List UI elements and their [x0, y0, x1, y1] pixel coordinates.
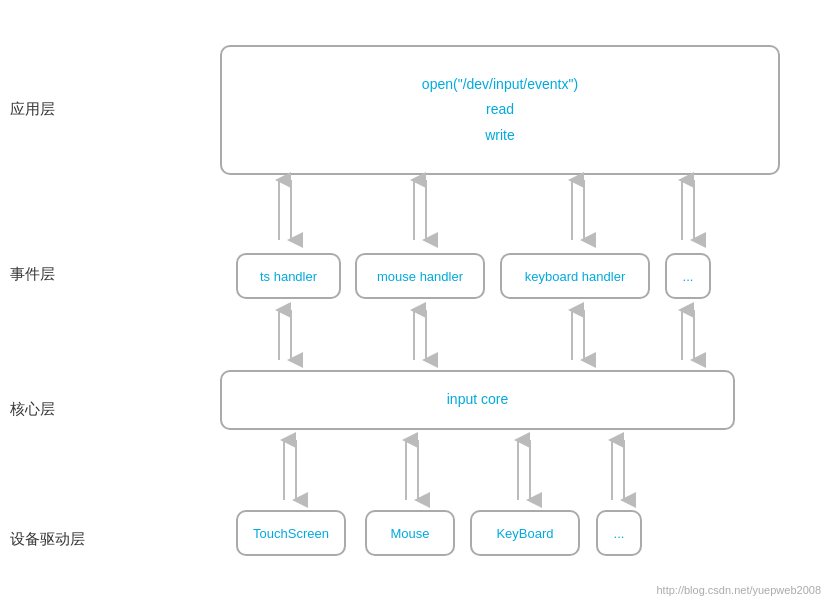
keyboard-handler-box: keyboard handler — [500, 253, 650, 299]
ts-handler-box: ts handler — [236, 253, 341, 299]
app-line2: read — [422, 97, 578, 122]
driver-layer-label: 设备驱动层 — [10, 530, 85, 549]
input-core-label: input core — [447, 387, 508, 412]
app-box: open("/dev/input/eventx") read write — [220, 45, 780, 175]
event-layer-label: 事件层 — [10, 265, 55, 284]
input-core-box: input core — [220, 370, 735, 430]
ts-handler-label: ts handler — [260, 269, 317, 284]
ellipsis-driver-label: ... — [614, 526, 625, 541]
app-layer-label: 应用层 — [10, 100, 55, 119]
mouse-label: Mouse — [390, 526, 429, 541]
touchscreen-box: TouchScreen — [236, 510, 346, 556]
core-layer-label: 核心层 — [10, 400, 55, 419]
app-box-text: open("/dev/input/eventx") read write — [422, 72, 578, 148]
keyboard-label: KeyBoard — [496, 526, 553, 541]
touchscreen-label: TouchScreen — [253, 526, 329, 541]
mouse-box: Mouse — [365, 510, 455, 556]
ellipsis-driver-box: ... — [596, 510, 642, 556]
keyboard-handler-label: keyboard handler — [525, 269, 625, 284]
keyboard-box: KeyBoard — [470, 510, 580, 556]
ellipsis-event-box: ... — [665, 253, 711, 299]
watermark: http://blog.csdn.net/yuepweb2008 — [656, 584, 821, 596]
ellipsis-event-label: ... — [683, 269, 694, 284]
mouse-handler-label: mouse handler — [377, 269, 463, 284]
app-line3: write — [422, 123, 578, 148]
app-line1: open("/dev/input/eventx") — [422, 72, 578, 97]
mouse-handler-box: mouse handler — [355, 253, 485, 299]
diagram-container: 应用层 事件层 核心层 设备驱动层 open("/dev/input/event… — [0, 0, 831, 604]
